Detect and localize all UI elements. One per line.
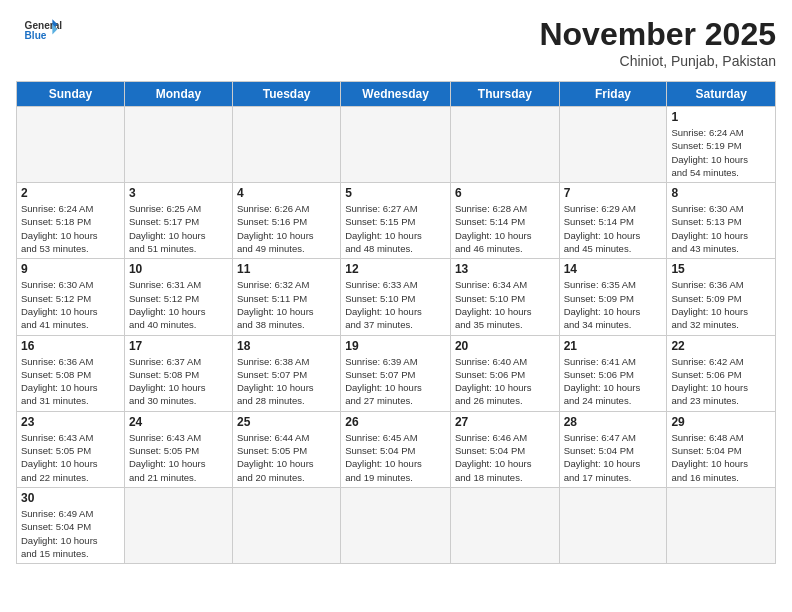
day-number: 29 [671, 415, 771, 429]
day-number: 15 [671, 262, 771, 276]
day-number: 4 [237, 186, 336, 200]
calendar-cell: 7Sunrise: 6:29 AMSunset: 5:14 PMDaylight… [559, 183, 667, 259]
calendar-cell [341, 107, 451, 183]
calendar-cell: 17Sunrise: 6:37 AMSunset: 5:08 PMDayligh… [124, 335, 232, 411]
day-number: 13 [455, 262, 555, 276]
calendar-week-row: 23Sunrise: 6:43 AMSunset: 5:05 PMDayligh… [17, 411, 776, 487]
calendar-cell: 1Sunrise: 6:24 AMSunset: 5:19 PMDaylight… [667, 107, 776, 183]
day-number: 1 [671, 110, 771, 124]
title-block: November 2025 Chiniot, Punjab, Pakistan [539, 16, 776, 69]
day-number: 22 [671, 339, 771, 353]
calendar-cell: 14Sunrise: 6:35 AMSunset: 5:09 PMDayligh… [559, 259, 667, 335]
calendar-cell [450, 487, 559, 563]
calendar-cell: 27Sunrise: 6:46 AMSunset: 5:04 PMDayligh… [450, 411, 559, 487]
calendar-cell: 12Sunrise: 6:33 AMSunset: 5:10 PMDayligh… [341, 259, 451, 335]
day-number: 12 [345, 262, 446, 276]
day-number: 25 [237, 415, 336, 429]
day-info: Sunrise: 6:24 AMSunset: 5:19 PMDaylight:… [671, 126, 771, 179]
day-number: 17 [129, 339, 228, 353]
calendar-cell [667, 487, 776, 563]
day-number: 19 [345, 339, 446, 353]
month-year: November 2025 [539, 16, 776, 53]
calendar-cell: 15Sunrise: 6:36 AMSunset: 5:09 PMDayligh… [667, 259, 776, 335]
day-info: Sunrise: 6:43 AMSunset: 5:05 PMDaylight:… [129, 431, 228, 484]
day-info: Sunrise: 6:47 AMSunset: 5:04 PMDaylight:… [564, 431, 663, 484]
weekday-header-monday: Monday [124, 82, 232, 107]
day-info: Sunrise: 6:24 AMSunset: 5:18 PMDaylight:… [21, 202, 120, 255]
calendar-cell: 23Sunrise: 6:43 AMSunset: 5:05 PMDayligh… [17, 411, 125, 487]
day-info: Sunrise: 6:26 AMSunset: 5:16 PMDaylight:… [237, 202, 336, 255]
day-number: 7 [564, 186, 663, 200]
weekday-header-saturday: Saturday [667, 82, 776, 107]
calendar-cell: 25Sunrise: 6:44 AMSunset: 5:05 PMDayligh… [232, 411, 340, 487]
header: General Blue November 2025 Chiniot, Punj… [16, 16, 776, 69]
day-info: Sunrise: 6:38 AMSunset: 5:07 PMDaylight:… [237, 355, 336, 408]
day-number: 9 [21, 262, 120, 276]
location: Chiniot, Punjab, Pakistan [539, 53, 776, 69]
day-info: Sunrise: 6:43 AMSunset: 5:05 PMDaylight:… [21, 431, 120, 484]
svg-text:Blue: Blue [25, 30, 47, 41]
calendar-cell [341, 487, 451, 563]
calendar-cell: 2Sunrise: 6:24 AMSunset: 5:18 PMDaylight… [17, 183, 125, 259]
day-number: 14 [564, 262, 663, 276]
calendar-week-row: 30Sunrise: 6:49 AMSunset: 5:04 PMDayligh… [17, 487, 776, 563]
weekday-header-sunday: Sunday [17, 82, 125, 107]
weekday-header-wednesday: Wednesday [341, 82, 451, 107]
calendar-cell: 30Sunrise: 6:49 AMSunset: 5:04 PMDayligh… [17, 487, 125, 563]
calendar-cell: 26Sunrise: 6:45 AMSunset: 5:04 PMDayligh… [341, 411, 451, 487]
day-info: Sunrise: 6:42 AMSunset: 5:06 PMDaylight:… [671, 355, 771, 408]
day-info: Sunrise: 6:30 AMSunset: 5:12 PMDaylight:… [21, 278, 120, 331]
day-number: 10 [129, 262, 228, 276]
day-number: 20 [455, 339, 555, 353]
day-info: Sunrise: 6:49 AMSunset: 5:04 PMDaylight:… [21, 507, 120, 560]
day-info: Sunrise: 6:33 AMSunset: 5:10 PMDaylight:… [345, 278, 446, 331]
day-info: Sunrise: 6:37 AMSunset: 5:08 PMDaylight:… [129, 355, 228, 408]
calendar-cell [450, 107, 559, 183]
calendar-week-row: 9Sunrise: 6:30 AMSunset: 5:12 PMDaylight… [17, 259, 776, 335]
calendar-cell: 21Sunrise: 6:41 AMSunset: 5:06 PMDayligh… [559, 335, 667, 411]
weekday-header-friday: Friday [559, 82, 667, 107]
day-info: Sunrise: 6:29 AMSunset: 5:14 PMDaylight:… [564, 202, 663, 255]
calendar-cell: 24Sunrise: 6:43 AMSunset: 5:05 PMDayligh… [124, 411, 232, 487]
weekday-header-tuesday: Tuesday [232, 82, 340, 107]
calendar-table: SundayMondayTuesdayWednesdayThursdayFrid… [16, 81, 776, 564]
day-number: 23 [21, 415, 120, 429]
day-number: 21 [564, 339, 663, 353]
calendar-week-row: 16Sunrise: 6:36 AMSunset: 5:08 PMDayligh… [17, 335, 776, 411]
day-number: 8 [671, 186, 771, 200]
calendar-cell: 9Sunrise: 6:30 AMSunset: 5:12 PMDaylight… [17, 259, 125, 335]
calendar-week-row: 2Sunrise: 6:24 AMSunset: 5:18 PMDaylight… [17, 183, 776, 259]
calendar-cell: 22Sunrise: 6:42 AMSunset: 5:06 PMDayligh… [667, 335, 776, 411]
calendar-cell: 28Sunrise: 6:47 AMSunset: 5:04 PMDayligh… [559, 411, 667, 487]
calendar-cell: 11Sunrise: 6:32 AMSunset: 5:11 PMDayligh… [232, 259, 340, 335]
day-number: 27 [455, 415, 555, 429]
day-number: 6 [455, 186, 555, 200]
day-number: 30 [21, 491, 120, 505]
day-number: 28 [564, 415, 663, 429]
day-info: Sunrise: 6:32 AMSunset: 5:11 PMDaylight:… [237, 278, 336, 331]
calendar-cell: 20Sunrise: 6:40 AMSunset: 5:06 PMDayligh… [450, 335, 559, 411]
calendar-cell: 8Sunrise: 6:30 AMSunset: 5:13 PMDaylight… [667, 183, 776, 259]
day-number: 26 [345, 415, 446, 429]
calendar-cell: 19Sunrise: 6:39 AMSunset: 5:07 PMDayligh… [341, 335, 451, 411]
day-info: Sunrise: 6:36 AMSunset: 5:08 PMDaylight:… [21, 355, 120, 408]
day-info: Sunrise: 6:44 AMSunset: 5:05 PMDaylight:… [237, 431, 336, 484]
logo-icon: General Blue [16, 18, 66, 42]
calendar-cell [559, 107, 667, 183]
calendar-cell: 5Sunrise: 6:27 AMSunset: 5:15 PMDaylight… [341, 183, 451, 259]
day-info: Sunrise: 6:39 AMSunset: 5:07 PMDaylight:… [345, 355, 446, 408]
day-number: 24 [129, 415, 228, 429]
weekday-header-thursday: Thursday [450, 82, 559, 107]
calendar-cell: 10Sunrise: 6:31 AMSunset: 5:12 PMDayligh… [124, 259, 232, 335]
calendar-cell [232, 487, 340, 563]
day-info: Sunrise: 6:45 AMSunset: 5:04 PMDaylight:… [345, 431, 446, 484]
calendar-cell: 29Sunrise: 6:48 AMSunset: 5:04 PMDayligh… [667, 411, 776, 487]
day-number: 3 [129, 186, 228, 200]
day-number: 11 [237, 262, 336, 276]
day-info: Sunrise: 6:34 AMSunset: 5:10 PMDaylight:… [455, 278, 555, 331]
calendar-cell [559, 487, 667, 563]
calendar-cell [124, 487, 232, 563]
day-info: Sunrise: 6:48 AMSunset: 5:04 PMDaylight:… [671, 431, 771, 484]
day-info: Sunrise: 6:25 AMSunset: 5:17 PMDaylight:… [129, 202, 228, 255]
calendar-cell [17, 107, 125, 183]
